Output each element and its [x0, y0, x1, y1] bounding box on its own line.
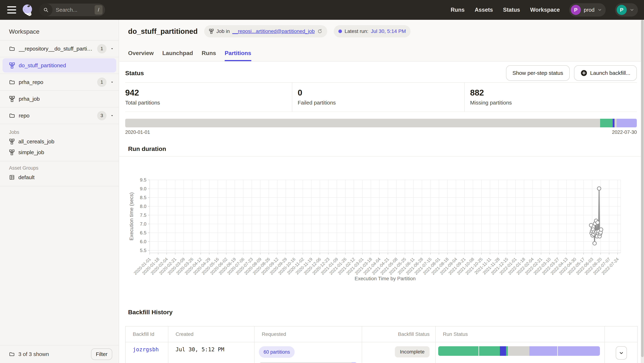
tab-bar: Overview Launchpad Runs Partitions	[128, 50, 251, 61]
backfill-history-section: Backfill History Backfill Id Created Req…	[125, 307, 638, 363]
stat-value: 0	[298, 88, 464, 98]
nav-link-workspace[interactable]: Workspace	[530, 7, 560, 13]
job-origin-badge: Job in __reposi...artitioned@partitioned…	[204, 25, 328, 38]
title-row: do_stuff_partitioned Job in __reposi...a…	[128, 25, 410, 38]
nav-link-status[interactable]: Status	[503, 7, 520, 13]
backfill-id-link[interactable]: jozrgsbh	[126, 342, 168, 363]
repo-count-summary: 3 of 3 shown	[18, 351, 88, 357]
svg-text:9.5: 9.5	[140, 177, 146, 182]
column-header-expand	[605, 326, 638, 342]
partition-status-bar[interactable]	[125, 119, 637, 127]
tab-runs[interactable]: Runs	[202, 50, 216, 61]
search-placeholder: Search...	[52, 7, 94, 13]
column-header-requested: Requested	[254, 326, 362, 342]
stat-value: 882	[470, 88, 637, 98]
status-heading: Status	[125, 70, 144, 77]
run-status-dot	[338, 30, 342, 33]
folder-icon	[9, 112, 15, 119]
workspace-sidebar: Workspace __repository__do_stuff_partiti…	[0, 20, 119, 363]
sidebar-item-repository[interactable]: __repository__do_stuff_partitio... 1	[0, 40, 119, 57]
sidebar-item-label: prha_job	[19, 96, 114, 102]
job-icon	[9, 139, 15, 144]
sidebar-item-label: do_stuff_partitioned	[19, 62, 112, 68]
chevron-down-icon	[618, 350, 624, 356]
nav-link-runs[interactable]: Runs	[450, 7, 465, 13]
backfill-requested-cell: 60 partitions 2020-01-01 2022-07-30	[254, 342, 362, 363]
sidebar-item-repo[interactable]: repo 3	[0, 108, 119, 124]
svg-text:6.5: 6.5	[140, 230, 146, 236]
sidebar-title: Workspace	[0, 20, 119, 35]
backfill-status-cell: Incomplete	[362, 342, 436, 363]
nav-link-assets[interactable]: Assets	[475, 7, 493, 13]
deployment-avatar: P	[571, 5, 581, 15]
nav-left-cluster: Search... /	[7, 4, 105, 16]
asset-groups-section-label: Asset Groups	[0, 165, 119, 171]
svg-text:Execution Time by Partition: Execution Time by Partition	[354, 276, 416, 281]
nav-right-cluster: Runs Assets Status Workspace P prod P	[450, 3, 638, 16]
tab-partitions[interactable]: Partitions	[225, 50, 251, 61]
column-header-run-status: Run Status	[436, 326, 605, 342]
run-duration-section: Run duration 5.56.06.57.07.58.08.59.09.5…	[125, 144, 637, 152]
sidebar-item-prha-repo[interactable]: prha_repo 1	[0, 74, 119, 91]
asset-group-icon	[9, 174, 15, 180]
execution-time-chart[interactable]: 5.56.06.57.07.58.08.59.09.52020-01-01202…	[125, 160, 637, 286]
sidebar-item-simple-job[interactable]: simple_job	[0, 147, 119, 158]
user-menu[interactable]: P	[615, 3, 638, 16]
divider	[0, 186, 119, 186]
filter-button[interactable]: Filter	[91, 348, 112, 360]
job-icon	[9, 150, 15, 155]
chevron-down-icon	[630, 8, 634, 12]
latest-run-label: Latest run:	[344, 28, 368, 34]
launch-backfill-button[interactable]: Launch backfill...	[574, 65, 637, 81]
dagster-logo-icon[interactable]	[22, 4, 34, 16]
stat-label: Failed partitions	[298, 100, 464, 106]
scrollbar[interactable]	[641, 20, 644, 363]
count-badge: 3	[97, 111, 106, 120]
hamburger-menu-icon[interactable]	[7, 6, 16, 14]
expand-cell	[605, 342, 638, 363]
requested-partitions-badge[interactable]: 60 partitions	[259, 346, 295, 358]
sidebar-item-all-cereals-job[interactable]: all_cereals_job	[0, 136, 119, 147]
partition-stats: 942 Total partitions 0 Failed partitions…	[125, 82, 637, 112]
sidebar-item-label: default	[18, 174, 34, 180]
search-icon	[39, 4, 52, 16]
sidebar-item-do-stuff-partitioned[interactable]: do_stuff_partitioned	[0, 57, 119, 74]
sidebar-item-default-group[interactable]: default	[0, 172, 119, 183]
svg-text:8.0: 8.0	[140, 204, 146, 209]
chevron-down-icon[interactable]	[110, 114, 114, 117]
run-status-bar[interactable]	[438, 346, 600, 356]
tab-launchpad[interactable]: Launchpad	[162, 50, 193, 61]
backfill-created-at: Jul 30, 5:12 PM	[168, 342, 254, 363]
launch-backfill-label: Launch backfill...	[590, 70, 630, 76]
chevron-down-icon[interactable]	[110, 47, 114, 50]
plus-circle-icon	[580, 70, 587, 76]
partition-status-section: Status Show per-step status Launch backf…	[125, 64, 637, 135]
expand-row-button[interactable]	[616, 346, 627, 360]
show-per-step-status-button[interactable]: Show per-step status	[506, 65, 570, 81]
tab-overview[interactable]: Overview	[128, 50, 154, 61]
latest-run-link[interactable]: Jul 30, 5:14 PM	[371, 28, 406, 34]
sidebar-item-label: simple_job	[18, 149, 44, 156]
stat-total-partitions: 942 Total partitions	[125, 83, 292, 112]
divider	[120, 156, 644, 156]
svg-text:7.0: 7.0	[140, 221, 146, 227]
scrollbar-thumb[interactable]	[641, 20, 644, 357]
deployment-switcher[interactable]: P prod	[569, 3, 606, 16]
sidebar-item-prha-job[interactable]: prha_job	[0, 91, 119, 108]
reload-icon[interactable]	[317, 28, 322, 34]
stat-label: Missing partitions	[470, 100, 637, 106]
latest-run-badge: Latest run: Jul 30, 5:14 PM	[334, 25, 410, 38]
backfill-history-heading: Backfill History	[125, 307, 638, 316]
folder-icon	[9, 79, 15, 85]
svg-text:Execution time (secs): Execution time (secs)	[128, 192, 134, 240]
nav-links: Runs Assets Status Workspace	[450, 7, 560, 13]
sidebar-item-label: __repository__do_stuff_partitio...	[19, 46, 94, 52]
count-badge: 1	[97, 44, 106, 54]
active-job-highlight: do_stuff_partitioned	[2, 58, 116, 72]
chevron-down-icon[interactable]	[110, 81, 114, 84]
job-origin-link[interactable]: __reposi...artitioned@partitioned_job	[232, 28, 314, 34]
backfill-table: Backfill Id Created Requested Backfill S…	[125, 326, 638, 363]
search-input[interactable]: Search... /	[39, 4, 105, 16]
svg-text:9.0: 9.0	[140, 186, 146, 192]
column-header-backfill-status: Backfill Status	[362, 326, 436, 342]
